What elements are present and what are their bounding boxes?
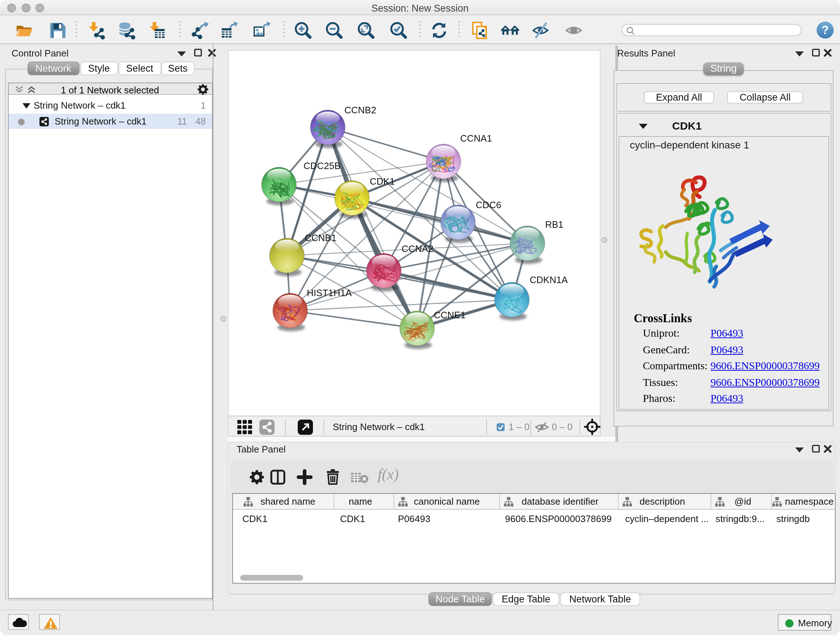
svg-text:CCNB2: CCNB2 (344, 105, 376, 116)
svg-text:?: ? (821, 23, 829, 36)
svg-text:CDK1: CDK1 (370, 176, 395, 187)
svg-text:CDC6: CDC6 (476, 200, 501, 211)
svg-text:CDC25B: CDC25B (303, 160, 341, 171)
svg-text:CCNA1: CCNA1 (460, 133, 492, 144)
svg-text:CDKN1A: CDKN1A (530, 274, 568, 285)
svg-text:CCNE1: CCNE1 (434, 310, 466, 320)
svg-text:HIST1H1A: HIST1H1A (307, 287, 352, 298)
svg-text:RB1: RB1 (545, 219, 564, 230)
svg-text:CCNB1: CCNB1 (305, 233, 336, 243)
svg-text:CCNA2: CCNA2 (401, 243, 433, 254)
